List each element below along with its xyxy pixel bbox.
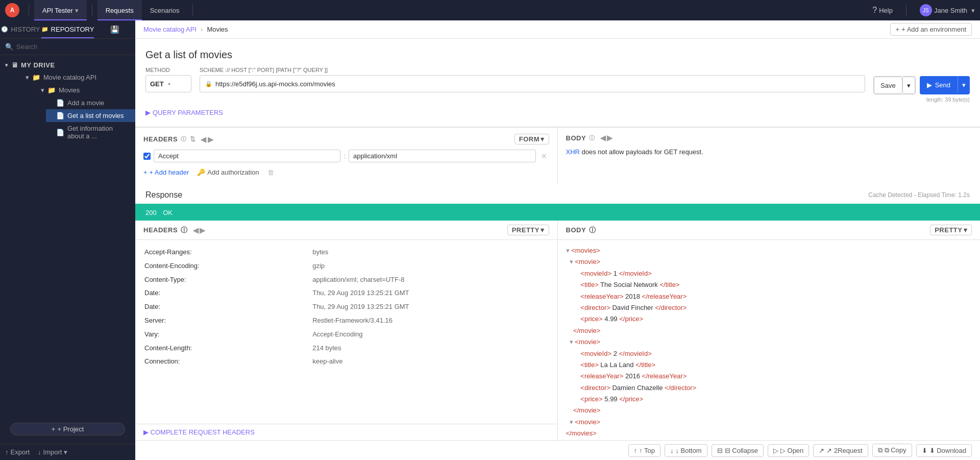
- resp-body-info-icon[interactable]: ⓘ: [589, 226, 596, 235]
- avatar: JS: [920, 4, 932, 16]
- bottom-button[interactable]: ↓ ↓ Bottom: [665, 444, 707, 457]
- send-dropdown-button[interactable]: ▾: [958, 76, 970, 93]
- download-button[interactable]: ⬇ ⬇ Download: [916, 444, 972, 457]
- add-project-button[interactable]: + + Project: [10, 423, 125, 435]
- sidebar-content: ▾ 🖥 MY DRIVE ▾ 📁 Movie catalog API ▾ 📁 M…: [0, 55, 135, 419]
- key-icon: 🔑: [197, 168, 205, 176]
- resp-body-pretty[interactable]: pretty ▾: [930, 225, 972, 235]
- get-info-icon: 📄: [56, 129, 64, 136]
- trash-icon[interactable]: 🗑: [267, 168, 274, 176]
- sidebar-item-add-movie[interactable]: 📄 Add a movie: [46, 96, 135, 109]
- top-icon: ↑: [634, 447, 638, 454]
- table-row: Date: Thu, 29 Aug 2019 13:25:21 GMT: [144, 301, 548, 313]
- top-nav: A API Tester ▾ Requests Scenarios ? Help…: [0, 0, 980, 20]
- nav-tab-requests[interactable]: Requests: [97, 0, 142, 20]
- open-button[interactable]: ▷ ▷ Open: [768, 444, 809, 457]
- header-key-cell: Date:: [144, 301, 311, 313]
- sidebar: 🕐 HISTORY 📁 REPOSITORY 💾 🔍 ▾ 🖥 MY DRIVE: [0, 20, 135, 460]
- sidebar-item-get-info[interactable]: 📄 Get information about a ...: [46, 122, 135, 142]
- arrow-right-icon[interactable]: ▶: [208, 135, 214, 143]
- status-bar: 200 OK: [135, 204, 980, 221]
- save-button[interactable]: Save: [874, 77, 902, 94]
- header-key-cell: Accept-Ranges:: [144, 246, 311, 259]
- search-input[interactable]: [16, 43, 130, 51]
- breadcrumb-separator: ›: [201, 26, 203, 33]
- save-icon: 💾: [111, 26, 119, 34]
- headers-nav-arrows: ◀ ▶: [201, 135, 213, 143]
- add-auth-button[interactable]: 🔑 Add authorization: [193, 166, 263, 178]
- sidebar-item-get-list-movies[interactable]: 📄 Get a list of movies ⋮: [46, 109, 135, 122]
- top-button[interactable]: ↑ ↑ Top: [628, 444, 660, 457]
- add-header-button[interactable]: + + Add header: [143, 166, 189, 178]
- tab-history[interactable]: 🕐 HISTORY: [0, 20, 41, 38]
- collapse-button[interactable]: ⊟ ⊟ Collapse: [712, 444, 764, 457]
- breadcrumb-root[interactable]: Movie catalog API: [143, 26, 197, 33]
- copy-button[interactable]: ⧉ ⧉ Copy: [872, 444, 912, 457]
- send-button-container: ▶ Send ▾: [920, 76, 970, 94]
- url-section: SCHEME :// HOST [":" PORT] [PATH ["?" QU…: [200, 67, 865, 92]
- body-panel: BODY ⓘ ◀ ▶ XHR does not allow payloads f…: [558, 128, 981, 184]
- nav-tab-scenarios[interactable]: Scenarios: [142, 0, 188, 20]
- user-dropdown-icon: ▾: [971, 7, 975, 14]
- xhr-message: XHR does not allow payloads for GET requ…: [566, 147, 972, 157]
- header-key-input-1[interactable]: [154, 150, 340, 162]
- get-list-icon: 📄: [56, 112, 64, 119]
- save-dropdown-button[interactable]: ▾: [902, 77, 915, 94]
- header-val-input-1[interactable]: [349, 150, 535, 162]
- body-arrow-left-icon[interactable]: ◀: [600, 134, 606, 142]
- sidebar-item-movie-catalog[interactable]: ▾ 📁 Movie catalog API: [15, 71, 135, 84]
- resp-body-header: BODY ⓘ pretty ▾: [558, 221, 981, 240]
- plus-env-icon: +: [896, 26, 900, 33]
- method-select[interactable]: GET ▾: [145, 75, 191, 92]
- query-params-toggle[interactable]: ▶ QUERY PARAMETERS: [145, 107, 970, 118]
- body-info-icon[interactable]: ⓘ: [589, 134, 595, 142]
- resp-arrow-left[interactable]: ◀: [193, 226, 199, 234]
- export-button[interactable]: ↑ Export: [5, 448, 30, 456]
- send-button[interactable]: ▶ Send: [920, 76, 958, 93]
- help-button[interactable]: ? Help: [872, 6, 893, 15]
- open-icon: ▷: [773, 447, 778, 454]
- sidebar-item-movies-folder[interactable]: ▾ 📁 Movies: [31, 84, 135, 96]
- import-icon: ↓: [38, 448, 41, 456]
- collapse-icon: ⊟: [717, 447, 723, 454]
- header-row-1: : ✕: [143, 150, 549, 162]
- nav-tab-api-tester[interactable]: API Tester ▾: [34, 0, 87, 20]
- length-text: length: 39 byte(s): [926, 96, 970, 103]
- export-icon: ↑: [5, 448, 9, 456]
- table-row: Date: Thu, 29 Aug 2019 13:25:21 GMT: [144, 287, 548, 300]
- table-row: Vary: Accept-Encoding: [144, 328, 548, 341]
- header-checkbox-1[interactable]: [143, 153, 151, 160]
- delete-header-button-1[interactable]: ✕: [539, 151, 549, 161]
- resp-arrow-right[interactable]: ▶: [200, 226, 206, 234]
- response-headers-panel: HEADERS ⓘ ◀ ▶ pretty ▾ Acc: [135, 221, 558, 440]
- form-dropdown-icon: ▾: [541, 135, 545, 143]
- arrow-left-icon[interactable]: ◀: [201, 135, 207, 143]
- my-drive-chevron: ▾: [5, 62, 8, 68]
- to-request-button[interactable]: ↗ ↗ 2Request: [813, 444, 868, 457]
- url-input[interactable]: [215, 80, 860, 88]
- resp-headers-pretty[interactable]: pretty ▾: [507, 225, 549, 235]
- add-environment-button[interactable]: + + Add an environment: [890, 23, 972, 36]
- header-val-cell: keep-alive: [312, 355, 548, 368]
- headers-section-header: HEADERS ⓘ ⇅ ◀ ▶ Form ▾: [143, 134, 549, 144]
- complete-request-headers-toggle[interactable]: ▶ COMPLETE REQUEST HEADERS: [135, 424, 557, 440]
- headers-info-icon[interactable]: ⓘ: [181, 135, 187, 143]
- tab-save[interactable]: 💾: [94, 20, 135, 38]
- tab-repository[interactable]: 📁 REPOSITORY: [41, 20, 94, 38]
- table-row: Connection: keep-alive: [144, 355, 548, 368]
- form-toggle[interactable]: Form ▾: [514, 134, 549, 144]
- movie-catalog-chevron: ▾: [26, 74, 29, 81]
- response-headers-table: Accept-Ranges: bytes Content-Encoding: g…: [143, 245, 549, 369]
- action-buttons: Save ▾ ▶ Send ▾: [873, 76, 970, 94]
- resp-headers-info-icon[interactable]: ⓘ: [181, 226, 188, 235]
- body-arrow-right-icon[interactable]: ▶: [607, 134, 613, 142]
- my-drive-section[interactable]: ▾ 🖥 MY DRIVE: [0, 59, 135, 71]
- import-dropdown-icon: ▾: [64, 448, 67, 456]
- app-logo: A: [5, 3, 19, 17]
- user-menu[interactable]: JS Jane Smith ▾: [920, 4, 975, 16]
- sidebar-tabs: 🕐 HISTORY 📁 REPOSITORY 💾: [0, 20, 135, 39]
- import-button[interactable]: ↓ Import ▾: [38, 448, 67, 456]
- nav-divider-3: [192, 4, 193, 16]
- sort-icon[interactable]: ⇅: [190, 135, 196, 143]
- table-row: Accept-Ranges: bytes: [144, 246, 548, 259]
